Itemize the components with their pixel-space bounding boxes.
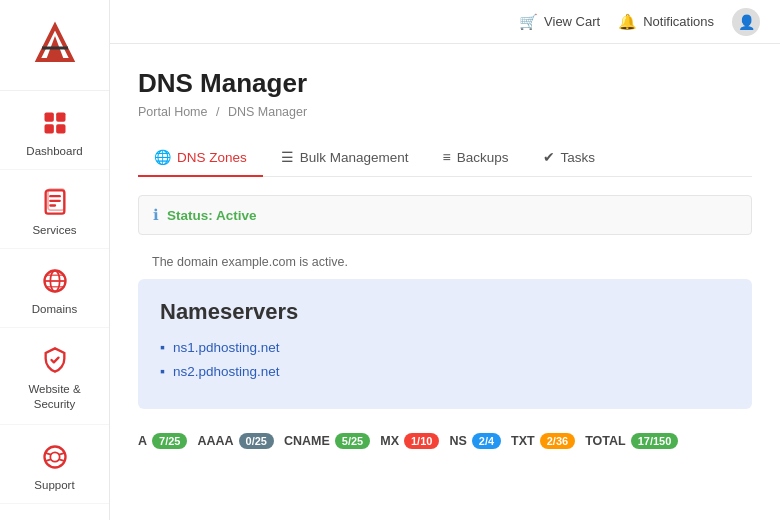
sidebar-item-website-security-label: Website & Security bbox=[28, 382, 80, 412]
tabs: 🌐 DNS Zones ☰ Bulk Management ≡ Backups … bbox=[138, 141, 752, 177]
tab-dns-zones-label: DNS Zones bbox=[177, 150, 247, 165]
dns-type-a-label: A bbox=[138, 434, 147, 448]
dns-type-cname: CNAME 5/25 bbox=[284, 433, 370, 449]
dns-type-txt: TXT 2/36 bbox=[511, 433, 575, 449]
backup-icon: ≡ bbox=[443, 149, 451, 165]
status-label: Status: Active bbox=[167, 208, 257, 223]
info-icon: ℹ bbox=[153, 206, 159, 224]
nameserver-1[interactable]: ns1.pdhosting.net bbox=[160, 339, 730, 355]
nameservers-box: Nameservers ns1.pdhosting.net ns2.pdhost… bbox=[138, 279, 752, 409]
main-content: 🛒 View Cart 🔔 Notifications 👤 DNS Manage… bbox=[110, 0, 780, 520]
notifications-label: Notifications bbox=[643, 14, 714, 29]
sidebar-item-domains[interactable]: Domains bbox=[0, 249, 109, 328]
dns-badge-txt: 2/36 bbox=[540, 433, 575, 449]
tab-backups[interactable]: ≡ Backups bbox=[427, 141, 525, 177]
services-icon bbox=[39, 186, 71, 218]
bell-icon: 🔔 bbox=[618, 13, 637, 31]
support-icon bbox=[39, 441, 71, 473]
user-icon: 👤 bbox=[738, 14, 755, 30]
globe-icon: 🌐 bbox=[154, 149, 171, 165]
check-icon: ✔ bbox=[543, 149, 555, 165]
page-content: DNS Manager Portal Home / DNS Manager 🌐 … bbox=[110, 44, 780, 520]
logo[interactable] bbox=[0, 0, 109, 91]
sidebar-item-website-security[interactable]: Website & Security bbox=[0, 328, 109, 425]
breadcrumb-current: DNS Manager bbox=[228, 105, 307, 119]
dns-badge-aaaa: 0/25 bbox=[239, 433, 274, 449]
sidebar-item-support[interactable]: Support bbox=[0, 425, 109, 504]
svg-rect-6 bbox=[44, 124, 53, 133]
svg-rect-10 bbox=[49, 200, 61, 202]
svg-rect-4 bbox=[44, 113, 53, 122]
view-cart-label: View Cart bbox=[544, 14, 600, 29]
dns-badge-total: 17/150 bbox=[631, 433, 679, 449]
status-bar: ℹ Status: Active bbox=[138, 195, 752, 235]
dns-badge-cname: 5/25 bbox=[335, 433, 370, 449]
website-security-icon bbox=[39, 344, 71, 376]
dns-type-total-label: TOTAL bbox=[585, 434, 626, 448]
dns-type-ns: NS 2/4 bbox=[449, 433, 501, 449]
dns-type-cname-label: CNAME bbox=[284, 434, 330, 448]
sidebar-item-support-label: Support bbox=[34, 479, 74, 491]
dns-type-mx: MX 1/10 bbox=[380, 433, 439, 449]
dns-badge-a: 7/25 bbox=[152, 433, 187, 449]
list-icon: ☰ bbox=[281, 149, 294, 165]
dns-record-summary: A 7/25 AAAA 0/25 CNAME 5/25 MX 1/10 NS 2… bbox=[138, 427, 752, 451]
sidebar-item-dashboard-label: Dashboard bbox=[26, 145, 82, 157]
dns-badge-mx: 1/10 bbox=[404, 433, 439, 449]
view-cart-button[interactable]: 🛒 View Cart bbox=[519, 13, 600, 31]
domains-icon bbox=[39, 265, 71, 297]
status-description: The domain example.com is active. bbox=[138, 249, 752, 279]
dns-badge-ns: 2/4 bbox=[472, 433, 501, 449]
notifications-button[interactable]: 🔔 Notifications bbox=[618, 13, 714, 31]
tab-tasks[interactable]: ✔ Tasks bbox=[527, 141, 612, 177]
sidebar-item-services[interactable]: Services bbox=[0, 170, 109, 249]
dns-type-a: A 7/25 bbox=[138, 433, 187, 449]
dashboard-icon bbox=[39, 107, 71, 139]
header: 🛒 View Cart 🔔 Notifications 👤 bbox=[110, 0, 780, 44]
svg-point-18 bbox=[44, 446, 65, 467]
nameservers-title: Nameservers bbox=[160, 299, 730, 325]
breadcrumb: Portal Home / DNS Manager bbox=[138, 105, 752, 119]
svg-rect-5 bbox=[56, 113, 65, 122]
sidebar-item-services-label: Services bbox=[32, 224, 76, 236]
page-title: DNS Manager bbox=[138, 68, 752, 99]
svg-point-19 bbox=[50, 452, 59, 461]
dns-type-aaaa-label: AAAA bbox=[197, 434, 233, 448]
tab-bulk-management-label: Bulk Management bbox=[300, 150, 409, 165]
svg-rect-7 bbox=[56, 124, 65, 133]
sidebar-item-domains-label: Domains bbox=[32, 303, 77, 315]
dns-type-aaaa: AAAA 0/25 bbox=[197, 433, 274, 449]
sidebar: Dashboard Services Domain bbox=[0, 0, 110, 520]
nameservers-list: ns1.pdhosting.net ns2.pdhosting.net bbox=[160, 339, 730, 379]
svg-rect-9 bbox=[49, 195, 61, 197]
user-avatar[interactable]: 👤 bbox=[732, 8, 760, 36]
cart-icon: 🛒 bbox=[519, 13, 538, 31]
tab-tasks-label: Tasks bbox=[561, 150, 596, 165]
dns-type-mx-label: MX bbox=[380, 434, 399, 448]
dns-type-total: TOTAL 17/150 bbox=[585, 433, 678, 449]
tab-bulk-management[interactable]: ☰ Bulk Management bbox=[265, 141, 425, 177]
dns-type-ns-label: NS bbox=[449, 434, 466, 448]
nameserver-2[interactable]: ns2.pdhosting.net bbox=[160, 363, 730, 379]
tab-backups-label: Backups bbox=[457, 150, 509, 165]
dns-type-txt-label: TXT bbox=[511, 434, 535, 448]
sidebar-item-dashboard[interactable]: Dashboard bbox=[0, 91, 109, 170]
tab-dns-zones[interactable]: 🌐 DNS Zones bbox=[138, 141, 263, 177]
breadcrumb-home[interactable]: Portal Home bbox=[138, 105, 207, 119]
svg-rect-11 bbox=[49, 204, 56, 206]
